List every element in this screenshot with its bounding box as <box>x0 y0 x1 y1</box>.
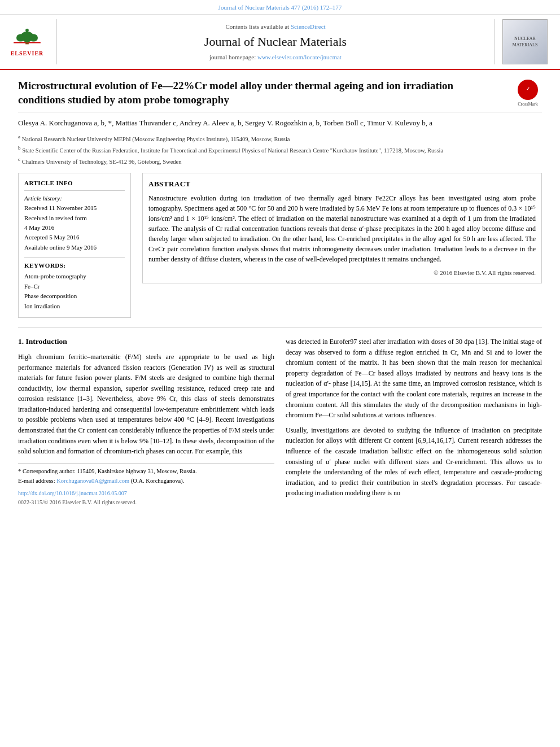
svg-rect-4 <box>25 42 29 45</box>
crossmark-logo: ✓ CrossMark <box>514 79 542 107</box>
accepted-date: Accepted 5 May 2016 <box>24 233 125 242</box>
intro-para-3: Usually, investigations are devoted to s… <box>286 425 542 499</box>
body-col-right: was detected in Eurofer97 steel after ir… <box>286 337 542 506</box>
revised-label: Received in revised form <box>24 214 125 222</box>
keyword-3: Phase decomposition <box>24 292 125 300</box>
crossmark-label: CrossMark <box>518 101 538 107</box>
elsevier-tree-icon <box>10 26 44 49</box>
info-abstract-columns: ARTICLE INFO Article history: Received 1… <box>18 173 542 318</box>
intro-para-1: High chromium ferritic–martensitic (F/M)… <box>18 352 274 457</box>
top-bar: Journal of Nuclear Materials 477 (2016) … <box>0 0 560 15</box>
authors-list: Olesya A. Korchuganova a, b, *, Mattias … <box>18 119 432 127</box>
header-left: ELSEVIER <box>5 19 56 64</box>
received-date: Received 11 November 2015 <box>24 204 125 212</box>
article-info-box: ARTICLE INFO Article history: Received 1… <box>18 173 131 318</box>
header-region: ELSEVIER Contents lists available at Sci… <box>0 15 560 70</box>
footnote-email: E-mail address: Korchuganova0A@gmail.com… <box>18 477 274 486</box>
affiliation-c: c Chalmers University of Technology, SE-… <box>18 156 542 166</box>
abstract-column: ABSTRACT Nanostructure evolution during … <box>142 173 542 318</box>
article-info-column: ARTICLE INFO Article history: Received 1… <box>18 173 131 318</box>
section1-number: 1. <box>18 337 26 346</box>
intro-para-2: was detected in Eurofer97 steel after ir… <box>286 337 542 421</box>
abstract-section: ABSTRACT Nanostructure evolution during … <box>142 173 542 283</box>
history-label: Article history: <box>24 194 125 203</box>
elsevier-logo: ELSEVIER <box>5 25 50 59</box>
header-center: Contents lists available at ScienceDirec… <box>56 19 495 64</box>
article-info-title: ARTICLE INFO <box>24 179 125 190</box>
keyword-4: Ion irradiation <box>24 302 125 311</box>
elsevier-wordmark: ELSEVIER <box>11 50 44 58</box>
journal-title: Journal of Nuclear Materials <box>204 33 347 51</box>
svg-point-2 <box>16 34 25 42</box>
svg-point-5 <box>25 29 29 32</box>
keywords-section: Keywords: Atom-probe tomography Fe–Cr Ph… <box>24 257 125 311</box>
article-title: Microstructural evolution of Fe—22%Cr mo… <box>18 79 514 107</box>
crossmark-icon: ✓ <box>518 80 538 100</box>
authors-section: Olesya A. Korchuganova a, b, *, Mattias … <box>18 118 542 128</box>
doi-line: http://dx.doi.org/10.1016/j.jnucmat.2016… <box>18 490 274 497</box>
header-right: NUCLEAR MATERIALS <box>495 19 551 64</box>
journal-citation: Journal of Nuclear Materials 477 (2016) … <box>218 4 342 11</box>
section-divider <box>18 327 542 327</box>
keywords-title: Keywords: <box>24 257 125 270</box>
affiliations: a National Research Nuclear University M… <box>18 133 542 167</box>
keyword-2: Fe–Cr <box>24 282 125 291</box>
article-title-section: Microstructural evolution of Fe—22%Cr mo… <box>18 79 542 112</box>
page-container: Journal of Nuclear Materials 477 (2016) … <box>0 0 560 516</box>
main-content: Microstructural evolution of Fe—22%Cr mo… <box>0 70 560 516</box>
section1-heading: 1. Introduction <box>18 337 274 347</box>
affiliation-b: b State Scientific Center of the Russian… <box>18 145 542 155</box>
journal-homepage: journal homepage: www.elsevier.com/locat… <box>209 53 342 62</box>
online-date: Available online 9 May 2016 <box>24 243 125 252</box>
body-col-left: 1. Introduction High chromium ferritic–m… <box>18 337 274 506</box>
body-columns: 1. Introduction High chromium ferritic–m… <box>18 337 542 506</box>
sciencedirect-line: Contents lists available at ScienceDirec… <box>225 23 325 31</box>
doi-link[interactable]: http://dx.doi.org/10.1016/j.jnucmat.2016… <box>18 490 127 496</box>
revised-date: 4 May 2016 <box>24 224 125 232</box>
homepage-link[interactable]: www.elsevier.com/locate/jnucmat <box>257 54 342 60</box>
abstract-title: ABSTRACT <box>148 179 536 189</box>
footnote-corresponding: * Corresponding author. 115409, Kashirsk… <box>18 468 274 476</box>
svg-point-3 <box>29 34 38 42</box>
section1-title: Introduction <box>26 337 67 346</box>
footnotes-area: * Corresponding author. 115409, Kashirsk… <box>18 464 274 485</box>
affiliation-a: a National Research Nuclear University M… <box>18 133 542 143</box>
email-link[interactable]: Korchuganova0A@gmail.com <box>56 478 129 484</box>
issn-line: 0022-3115/© 2016 Elsevier B.V. All right… <box>18 499 274 506</box>
copyright-line: © 2016 Elsevier B.V. All rights reserved… <box>148 269 536 277</box>
sciencedirect-link[interactable]: ScienceDirect <box>291 23 326 30</box>
journal-cover-image: NUCLEAR MATERIALS <box>502 19 548 64</box>
abstract-text: Nanostructure evolution during ion irrad… <box>148 193 536 264</box>
keyword-1: Atom-probe tomography <box>24 272 125 281</box>
